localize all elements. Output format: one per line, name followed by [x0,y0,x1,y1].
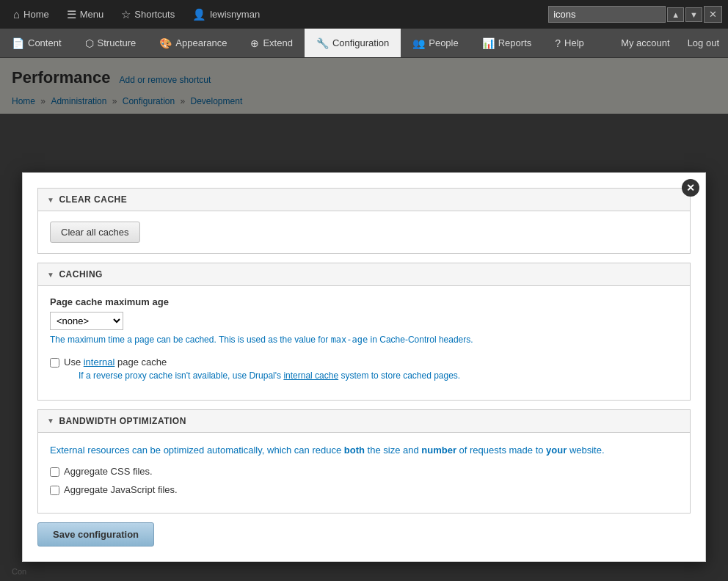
structure-icon: ⬡ [85,37,94,49]
menu-label: Menu [80,9,104,20]
search-prev-button[interactable]: ▲ [667,7,684,22]
nav-bar: 📄 Content ⬡ Structure 🎨 Appearance ⊕ Ext… [0,29,728,58]
star-icon: ☆ [121,8,131,21]
js-checkbox-item: Aggregate JavaScript files. [50,484,678,495]
bandwidth-desc-text-5: website. [567,445,604,456]
clear-cache-triangle: ▼ [47,196,54,204]
username-label: lewisnyman [210,9,260,20]
bandwidth-section: ▼ BANDWIDTH OPTIMIZATION External resour… [37,409,691,514]
number-bold: number [421,445,456,456]
nav-right: My account Log out [612,29,728,57]
caching-title: CACHING [59,269,103,279]
internal-cache-desc: If a reverse proxy cache isn't available… [79,370,460,382]
nav-configuration[interactable]: 🔧 Configuration [305,29,401,57]
internal-cache-label[interactable]: Use internal page cache [64,357,167,368]
reports-icon: 📊 [482,37,495,49]
desc-normal-1: If a reverse proxy cache isn't available… [79,370,283,381]
caching-body: Page cache maximum age <none> The maximu… [38,286,690,400]
desc-code: max-age [331,335,368,345]
bandwidth-desc-text-2: automatically, which can reduce [204,445,344,456]
modal-close-button[interactable]: ✕ [682,179,699,197]
aggregate-css-label[interactable]: Aggregate CSS files. [64,466,153,477]
bandwidth-header: ▼ BANDWIDTH OPTIMIZATION [38,410,690,433]
nav-extend[interactable]: ⊕ Extend [239,29,304,57]
nav-configuration-label: Configuration [332,37,389,48]
home-label: Home [23,9,49,20]
admin-shortcuts-link[interactable]: ☆ Shortcuts [114,4,182,26]
nav-content-label: Content [28,37,62,48]
nav-reports-label: Reports [498,37,532,48]
nav-appearance-label: Appearance [175,37,227,48]
caching-triangle: ▼ [47,271,54,279]
clear-cache-title: CLEAR CACHE [59,194,127,205]
page-cache-label: Page cache maximum age [50,296,678,307]
bandwidth-desc-text-4: of requests made to [456,445,546,456]
internal-cache-label-wrap: Use internal page cache If a reverse pro… [64,357,460,382]
internal-link: internal [84,357,115,368]
admin-home-link[interactable]: ⌂ Home [6,4,57,25]
people-icon: 👥 [412,37,425,49]
nav-structure[interactable]: ⬡ Structure [73,29,148,57]
nav-structure-label: Structure [98,37,136,48]
aggregate-js-checkbox[interactable] [50,486,59,495]
nav-reports[interactable]: 📊 Reports [470,29,544,57]
caching-header: ▼ CACHING [38,263,690,286]
your-bold: your [546,445,567,456]
search-area: ▲ ▼ ✕ [548,6,722,23]
home-icon: ⌂ [13,8,20,21]
nav-extend-label: Extend [263,37,292,48]
search-next-button[interactable]: ▼ [685,7,702,22]
shortcuts-label: Shortcuts [134,9,175,20]
content-icon: 📄 [12,37,24,49]
internal-cache-link: internal cache [283,370,338,381]
page-background: Performance Add or remove shortcut Home … [0,58,728,581]
internal-cache-checkbox[interactable] [50,358,59,368]
clear-all-caches-button[interactable]: Clear all caches [50,222,140,243]
caching-section: ▼ CACHING Page cache maximum age <none> … [37,263,691,401]
extend-icon: ⊕ [250,37,259,49]
nav-my-account[interactable]: My account [612,29,678,57]
desc-normal-2: system to store cached pages. [338,370,460,381]
label-text-2: page cache [114,357,167,368]
save-configuration-button[interactable]: Save configuration [37,522,154,547]
desc-text-2: in Cache-Control headers. [368,335,473,345]
page-cache-select[interactable]: <none> [50,312,123,330]
appearance-icon: 🎨 [159,37,172,49]
nav-content[interactable]: 📄 Content [0,29,73,57]
bandwidth-triangle: ▼ [47,417,54,425]
modal: ✕ ▼ CLEAR CACHE Clear all caches ▼ CACHI… [22,172,706,562]
desc-text-1: The maximum time a page can be cached. T… [50,335,331,345]
clear-cache-header: ▼ CLEAR CACHE [38,189,690,211]
internal-cache-checkbox-item: Use internal page cache If a reverse pro… [50,357,678,382]
log-out-label: Log out [688,37,719,48]
nav-people-label: People [429,37,458,48]
clear-cache-section: ▼ CLEAR CACHE Clear all caches [37,188,691,254]
help-icon: ? [555,37,561,49]
bandwidth-body: External resources can be optimized auto… [38,433,690,514]
label-text-1: Use [64,357,84,368]
admin-user-link[interactable]: 👤 lewisnyman [185,4,267,26]
nav-people[interactable]: 👥 People [401,29,470,57]
both-bold: both [344,445,365,456]
search-close-button[interactable]: ✕ [704,6,722,23]
my-account-label: My account [621,37,669,48]
bandwidth-desc-text-3: the size and [365,445,421,456]
css-checkbox-item: Aggregate CSS files. [50,466,678,477]
aggregate-css-checkbox[interactable] [50,467,59,477]
page-cache-description: The maximum time a page can be cached. T… [50,334,678,346]
admin-bar: ⌂ Home ☰ Menu ☆ Shortcuts 👤 lewisnyman ▲… [0,0,728,29]
nav-help[interactable]: ? Help [543,29,596,57]
nav-help-label: Help [564,37,584,48]
admin-menu-link[interactable]: ☰ Menu [59,4,112,26]
bandwidth-desc-text-1: External resources can be [50,445,164,456]
configuration-icon: 🔧 [316,37,329,49]
nav-appearance[interactable]: 🎨 Appearance [148,29,239,57]
page-cache-form-item: Page cache maximum age <none> The maximu… [50,296,678,346]
search-input[interactable] [548,6,666,23]
menu-icon: ☰ [67,8,76,21]
bandwidth-title: BANDWIDTH OPTIMIZATION [59,416,186,426]
bandwidth-description: External resources can be optimized auto… [50,443,678,458]
aggregate-js-label[interactable]: Aggregate JavaScript files. [64,484,178,495]
clear-cache-body: Clear all caches [38,211,690,253]
nav-log-out[interactable]: Log out [679,29,728,57]
